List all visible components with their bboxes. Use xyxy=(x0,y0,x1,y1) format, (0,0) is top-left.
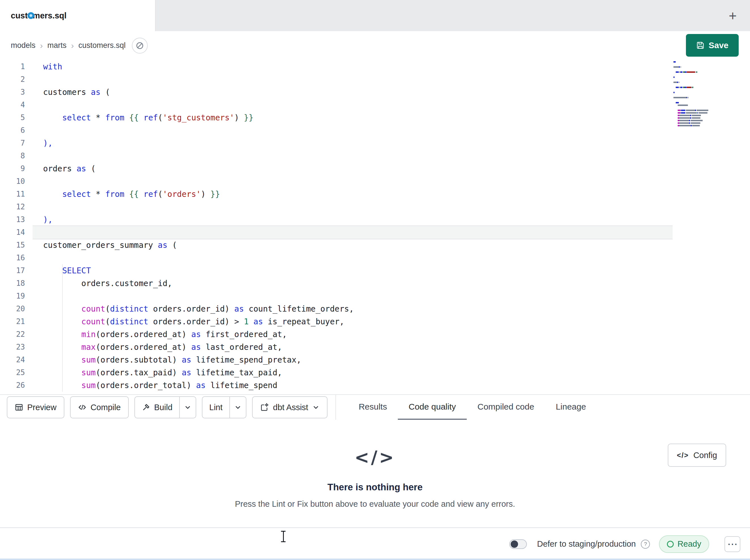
code-editor[interactable]: 1234567891011121314151617181920212223242… xyxy=(0,60,750,394)
code-line[interactable] xyxy=(33,251,673,264)
minimap-line xyxy=(673,84,716,86)
minimap-line xyxy=(673,79,716,81)
minimap-line xyxy=(673,91,716,94)
compile-label: Compile xyxy=(91,403,120,412)
tab-customers-sql[interactable]: customers.sql xyxy=(0,0,155,31)
editor-toolbar: Preview Compile Build xyxy=(0,394,750,420)
line-number: 17 xyxy=(0,264,33,277)
active-code-line[interactable] xyxy=(33,226,673,239)
file-status-button[interactable] xyxy=(132,38,148,54)
help-icon[interactable]: ? xyxy=(641,540,650,549)
code-line[interactable]: SELECT xyxy=(33,264,673,277)
empty-state: </> There is nothing here Press the Lint… xyxy=(0,420,750,509)
chevron-down-icon xyxy=(234,403,242,411)
code-line[interactable]: select * from {{ ref('orders') }} xyxy=(33,188,673,201)
chevron-right-icon: › xyxy=(40,41,43,50)
dbt-assist-button[interactable]: dbt Assist xyxy=(252,396,328,418)
code-line[interactable]: sum(orders.subtotal) as lifetime_spend_p… xyxy=(33,353,673,366)
line-number: 13 xyxy=(0,213,33,226)
lint-label: Lint xyxy=(209,403,222,412)
tab-results[interactable]: Results xyxy=(348,395,398,420)
breadcrumb-marts[interactable]: marts xyxy=(47,41,67,50)
defer-label: Defer to staging/production xyxy=(537,539,636,549)
minimap-line xyxy=(673,104,716,106)
chevron-down-icon xyxy=(312,403,320,411)
toolbar-divider xyxy=(335,395,336,420)
code-line[interactable] xyxy=(33,73,673,86)
code-quality-panel: </> There is nothing here Press the Lint… xyxy=(0,420,750,527)
preview-button[interactable]: Preview xyxy=(7,396,64,418)
tab-code-quality[interactable]: Code quality xyxy=(398,395,467,420)
lint-split-button: Lint xyxy=(202,396,246,418)
defer-toggle[interactable] xyxy=(509,539,527,549)
line-number: 26 xyxy=(0,379,33,392)
line-number: 14 xyxy=(0,226,33,239)
code-icon: </> xyxy=(677,451,689,459)
code-line[interactable]: count(distinct orders.order_id) > 1 as i… xyxy=(33,315,673,328)
new-tab-button[interactable]: + xyxy=(723,0,743,31)
status-circle-icon xyxy=(667,541,674,547)
tab-compiled-code[interactable]: Compiled code xyxy=(467,395,545,420)
code-line[interactable]: sum(orders.order_total) as lifetime_spen… xyxy=(33,379,673,392)
minimap-line xyxy=(673,99,716,101)
lint-button[interactable]: Lint xyxy=(202,397,230,418)
app-window: customers.sql + models › marts › custome… xyxy=(0,0,750,560)
config-label: Config xyxy=(693,451,717,460)
minimap-line xyxy=(673,117,716,119)
code-line[interactable] xyxy=(33,290,673,303)
code-line[interactable]: select * from {{ ref('stg_customers') }} xyxy=(33,111,673,124)
more-options-button[interactable]: ⋯ xyxy=(725,536,741,552)
code-line[interactable]: customer_orders_summary as ( xyxy=(33,239,673,251)
line-number: 10 xyxy=(0,175,33,188)
minimap-line xyxy=(673,96,716,99)
code-line[interactable]: min(orders.ordered_at) as first_ordered_… xyxy=(33,328,673,341)
preview-label: Preview xyxy=(27,403,56,412)
line-number: 21 xyxy=(0,315,33,328)
line-number: 19 xyxy=(0,290,33,303)
code-line[interactable]: ), xyxy=(33,137,673,149)
line-number: 15 xyxy=(0,239,33,251)
code-line[interactable]: with xyxy=(33,60,673,73)
line-number: 16 xyxy=(0,251,33,264)
chevron-down-icon xyxy=(184,403,191,411)
minimap-line xyxy=(673,89,716,91)
minimap-line xyxy=(673,114,716,117)
circle-slash-icon xyxy=(136,41,144,50)
config-button[interactable]: </> Config xyxy=(668,443,726,467)
code-line[interactable] xyxy=(33,99,673,111)
lint-dropdown-button[interactable] xyxy=(230,397,246,418)
chevron-right-icon: › xyxy=(71,41,74,50)
line-number: 2 xyxy=(0,73,33,86)
code-line[interactable] xyxy=(33,175,673,188)
compile-button[interactable]: Compile xyxy=(70,396,129,418)
code-line[interactable]: count(distinct orders.order_id) as count… xyxy=(33,303,673,315)
code-line[interactable]: sum(orders.tax_paid) as lifetime_tax_pai… xyxy=(33,366,673,379)
code-line[interactable]: customers as ( xyxy=(33,86,673,99)
code-line[interactable]: orders as ( xyxy=(33,162,673,175)
minimap-line xyxy=(673,63,716,66)
editor-tab-bar: customers.sql + xyxy=(0,0,750,31)
minimap-line xyxy=(673,74,716,76)
tab-lineage[interactable]: Lineage xyxy=(545,395,597,420)
ready-status-badge[interactable]: Ready xyxy=(659,535,709,553)
minimap-line xyxy=(673,81,716,84)
build-split-button: Build xyxy=(134,396,197,418)
line-number: 20 xyxy=(0,303,33,315)
minimap-line xyxy=(673,122,716,124)
build-button[interactable]: Build xyxy=(135,397,179,418)
code-line[interactable] xyxy=(33,124,673,137)
breadcrumb-customers-sql[interactable]: customers.sql xyxy=(79,41,126,50)
code-line[interactable]: orders.customer_id, xyxy=(33,277,673,290)
code-line[interactable]: max(orders.ordered_at) as last_ordered_a… xyxy=(33,341,673,353)
code-line[interactable] xyxy=(33,201,673,213)
window-bottom-edge xyxy=(0,559,750,560)
code-line[interactable] xyxy=(33,149,673,162)
line-number: 9 xyxy=(0,162,33,175)
code-area[interactable]: withcustomers as ( select * from {{ ref(… xyxy=(33,60,673,392)
minimap[interactable] xyxy=(673,61,716,127)
breadcrumb-models[interactable]: models xyxy=(11,41,36,50)
build-dropdown-button[interactable] xyxy=(179,397,196,418)
code-line[interactable]: ), xyxy=(33,213,673,226)
save-button[interactable]: Save xyxy=(686,34,739,57)
minimap-line xyxy=(673,76,716,79)
